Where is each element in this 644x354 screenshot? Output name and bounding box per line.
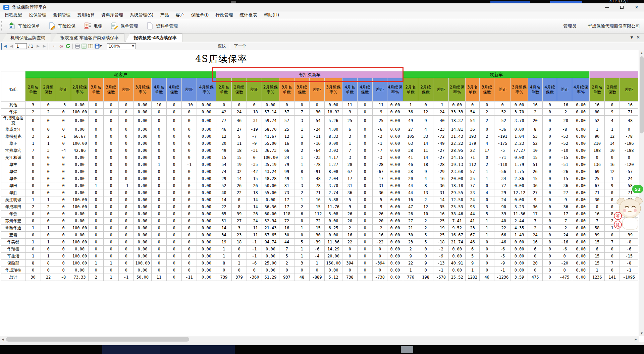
first-page-button[interactable]: ◀ xyxy=(1,43,8,50)
last-page-button[interactable]: ▶ xyxy=(42,43,48,50)
column-header: 3月名单数 xyxy=(466,78,480,102)
table-cell: 105 xyxy=(403,133,418,140)
table-cell: 0 xyxy=(294,140,310,147)
table-cell: 0 xyxy=(152,225,167,232)
maximize-button[interactable] xyxy=(614,3,629,11)
menu-item-6[interactable]: 系统管理(S) xyxy=(126,11,157,19)
toolbar-button-4[interactable]: 保单管理 xyxy=(107,20,141,33)
table-cell: 0 xyxy=(167,116,182,126)
table-cell: 54 xyxy=(466,116,480,126)
menu-item-1[interactable]: 日程提醒 xyxy=(1,11,25,19)
table-cell: 30 xyxy=(279,232,294,239)
table-cell: 193 xyxy=(466,133,480,140)
vertical-scrollbar-thumb[interactable] xyxy=(640,56,644,133)
minimize-button[interactable]: — xyxy=(600,3,614,11)
table-cell: 21.43 xyxy=(262,225,279,232)
window-title: 华成保险管理平台 xyxy=(12,4,47,10)
table-cell: 0.00 xyxy=(134,203,152,211)
table-cell: 1 xyxy=(294,253,310,260)
print-layout-button[interactable] xyxy=(81,43,87,50)
table-cell: 5 xyxy=(480,211,494,218)
table-cell: 15 xyxy=(590,253,605,260)
title-bar: 华成保险管理平台 — ✕ xyxy=(0,3,644,11)
menu-item-2[interactable]: 投保管理 xyxy=(25,11,50,19)
close-button[interactable]: ✕ xyxy=(629,3,644,11)
stop-button[interactable]: ⊗ xyxy=(58,43,65,50)
table-cell: -10 xyxy=(557,147,572,154)
table-cell: 0 xyxy=(494,102,511,109)
tab-1[interactable]: 机构保险品牌查询 xyxy=(2,34,51,42)
menu-item-9[interactable]: 保险单(I) xyxy=(187,11,212,19)
table-cell: 0 xyxy=(56,154,71,161)
table-cell: 12 xyxy=(418,109,433,116)
assistant-mascot[interactable]: 英 健 xyxy=(612,194,644,231)
menu-item-5[interactable]: 资料库管理 xyxy=(98,11,126,19)
scroll-up-arrow-icon[interactable]: ▲ xyxy=(639,50,644,56)
scroll-left-arrow-icon[interactable]: ◀ xyxy=(0,337,6,342)
tab-2[interactable]: 报表预览-车险客户类别续保率 xyxy=(52,34,124,42)
table-cell: 0 xyxy=(89,239,104,246)
tab-3[interactable]: 报表预览-4S店续保率 xyxy=(125,34,182,42)
table-cell: 0 xyxy=(41,182,56,189)
menu-item-12[interactable]: 帮助(H) xyxy=(260,11,282,19)
menu-item-3[interactable]: 营销管理 xyxy=(50,11,74,19)
table-cell: 5 xyxy=(418,232,433,239)
menu-item-11[interactable]: 统计报表 xyxy=(236,11,260,19)
table-cell: 0.00 xyxy=(197,133,216,140)
toolbar-button-1[interactable]: 车险投保单 xyxy=(5,20,43,33)
refresh-button[interactable] xyxy=(65,43,71,50)
table-cell: 0.00 xyxy=(197,147,216,154)
page-setup-button[interactable] xyxy=(87,43,94,50)
table-cell: 1 xyxy=(25,196,41,203)
table-cell: 0 xyxy=(56,267,71,274)
table-cell: 0 xyxy=(89,175,104,182)
export-button[interactable]: ▼ xyxy=(94,43,103,50)
table-cell: 1.04 xyxy=(511,133,528,140)
table-cell: 71 xyxy=(466,154,480,161)
table-cell: 0 xyxy=(119,154,134,161)
scroll-right-arrow-icon[interactable]: ▶ xyxy=(633,337,639,342)
table-cell: 379 xyxy=(232,274,247,281)
table-cell: 0 xyxy=(543,147,557,154)
find-button[interactable]: 查找 xyxy=(215,43,228,49)
menu-item-7[interactable]: 产品 xyxy=(157,11,172,19)
user-role-label: 管理员 xyxy=(563,23,576,29)
menu-item-4[interactable]: 费用结算 xyxy=(74,11,98,19)
toolbar-button-2[interactable]: 车险投保 xyxy=(45,20,79,33)
menu-item-8[interactable]: 客户 xyxy=(172,11,187,19)
table-cell: 0.00 xyxy=(197,175,216,182)
zoom-select[interactable]: 100%▼ xyxy=(107,43,136,49)
next-page-button[interactable]: ▶ xyxy=(35,43,42,50)
table-cell: 0 xyxy=(279,102,294,109)
table-cell: 46 xyxy=(403,161,418,168)
table-cell: 0 xyxy=(56,116,71,126)
horizontal-scrollbar-thumb[interactable] xyxy=(6,337,189,342)
table-row: 其他30-30.000000.00100-100.000000.000000.0… xyxy=(1,102,638,109)
page-number-input[interactable] xyxy=(15,43,27,49)
back-button[interactable]: ← xyxy=(51,43,58,50)
row-label: 华正 xyxy=(1,140,25,147)
table-cell: 0.00 xyxy=(197,126,216,133)
print-button[interactable] xyxy=(74,43,81,50)
table-cell: 0 xyxy=(373,246,387,253)
table-cell: 0 xyxy=(358,189,373,196)
tab-close-icon[interactable]: ✕ xyxy=(636,35,640,40)
table-cell: 0.00 xyxy=(134,161,152,168)
scroll-down-arrow-icon[interactable]: ▼ xyxy=(639,331,644,336)
table-cell: 0.00 xyxy=(387,196,403,203)
table-cell: 27 xyxy=(232,218,247,225)
table-cell: 1 xyxy=(294,161,310,168)
taskbar[interactable] xyxy=(0,345,644,354)
table-cell: 0 xyxy=(152,168,167,175)
menu-item-10[interactable]: 行政管理 xyxy=(212,11,236,19)
table-cell: 0.00 xyxy=(71,168,89,175)
find-next-button[interactable]: 下一个 xyxy=(231,43,249,49)
tab-list-dropdown-icon[interactable]: ▼ xyxy=(630,36,633,39)
toolbar-button-3[interactable]: 电销 xyxy=(80,20,106,33)
table-cell: 0 xyxy=(41,154,56,161)
row-label: 华瑞德 xyxy=(1,246,25,253)
previous-page-button[interactable]: ◀ xyxy=(8,43,15,50)
table-cell: -57 xyxy=(620,168,638,175)
table-cell: 0 xyxy=(167,175,182,182)
toolbar-button-5[interactable]: 资料单管理 xyxy=(143,20,181,33)
